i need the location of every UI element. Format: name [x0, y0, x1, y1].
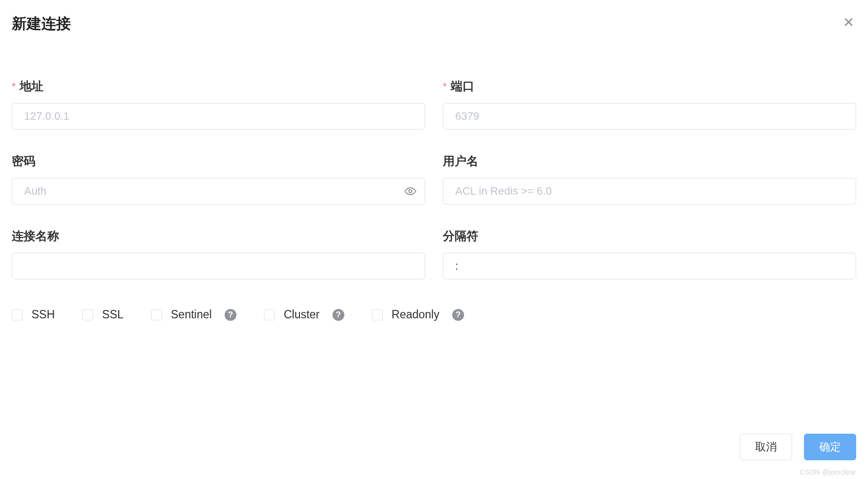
checkbox-box [151, 309, 162, 320]
checkbox-sentinel-label: Sentinel [171, 308, 212, 321]
checkbox-box [82, 309, 93, 320]
checkbox-ssl-label: SSL [102, 308, 123, 321]
port-input[interactable] [443, 103, 856, 130]
form-item-port: * 端口 [443, 78, 856, 130]
separator-input[interactable] [443, 253, 856, 279]
watermark: CSDN @joinclear [800, 468, 856, 476]
connection-name-input-wrapper [12, 253, 425, 279]
username-label: 用户名 [443, 153, 856, 169]
address-label-text: 地址 [20, 78, 43, 94]
password-input[interactable] [12, 178, 425, 205]
checkbox-ssl[interactable]: SSL [82, 308, 123, 321]
close-button[interactable]: ✕ [841, 14, 856, 32]
address-label: * 地址 [12, 78, 425, 94]
address-input[interactable] [12, 103, 425, 130]
separator-input-wrapper [443, 253, 856, 279]
checkbox-ssh[interactable]: SSH [12, 308, 55, 321]
required-mark: * [12, 81, 16, 91]
password-label-text: 密码 [12, 153, 35, 169]
checkbox-row: SSH SSL Sentinel ? Cluster ? Readonly ? [12, 308, 856, 321]
username-label-text: 用户名 [443, 153, 478, 169]
cancel-button[interactable]: 取消 [740, 434, 792, 460]
password-input-wrapper [12, 178, 425, 205]
form-item-username: 用户名 [443, 153, 856, 205]
eye-icon [404, 185, 416, 197]
port-input-wrapper [443, 103, 856, 130]
required-mark: * [443, 81, 447, 91]
dialog-footer: 取消 确定 [740, 434, 856, 460]
close-icon: ✕ [843, 15, 854, 30]
separator-label-text: 分隔符 [443, 228, 478, 244]
form-item-password: 密码 [12, 153, 425, 205]
confirm-button[interactable]: 确定 [804, 434, 856, 460]
dialog-header: 新建连接 ✕ [12, 14, 856, 34]
checkbox-cluster[interactable]: Cluster ? [264, 308, 344, 321]
checkbox-box [372, 309, 383, 320]
checkbox-readonly[interactable]: Readonly ? [372, 308, 464, 321]
separator-label: 分隔符 [443, 228, 856, 244]
toggle-password-visibility[interactable] [404, 185, 416, 197]
form-item-address: * 地址 [12, 78, 425, 130]
form-body: * 地址 * 端口 密码 [12, 78, 856, 279]
help-icon[interactable]: ? [225, 309, 236, 321]
help-icon[interactable]: ? [452, 309, 464, 321]
form-item-separator: 分隔符 [443, 228, 856, 279]
checkbox-sentinel[interactable]: Sentinel ? [151, 308, 236, 321]
connection-name-label: 连接名称 [12, 228, 425, 244]
checkbox-readonly-label: Readonly [392, 308, 439, 321]
port-label-text: 端口 [451, 78, 474, 94]
password-label: 密码 [12, 153, 425, 169]
username-input[interactable] [443, 178, 856, 205]
connection-name-label-text: 连接名称 [12, 228, 59, 244]
connection-name-input[interactable] [12, 253, 425, 279]
username-input-wrapper [443, 178, 856, 205]
checkbox-ssh-label: SSH [32, 308, 55, 321]
checkbox-box [12, 309, 23, 320]
help-icon[interactable]: ? [333, 309, 344, 321]
svg-point-0 [409, 190, 412, 193]
checkbox-cluster-label: Cluster [284, 308, 320, 321]
address-input-wrapper [12, 103, 425, 130]
port-label: * 端口 [443, 78, 856, 94]
checkbox-box [264, 309, 275, 320]
dialog-title: 新建连接 [12, 14, 71, 34]
form-item-connection-name: 连接名称 [12, 228, 425, 279]
